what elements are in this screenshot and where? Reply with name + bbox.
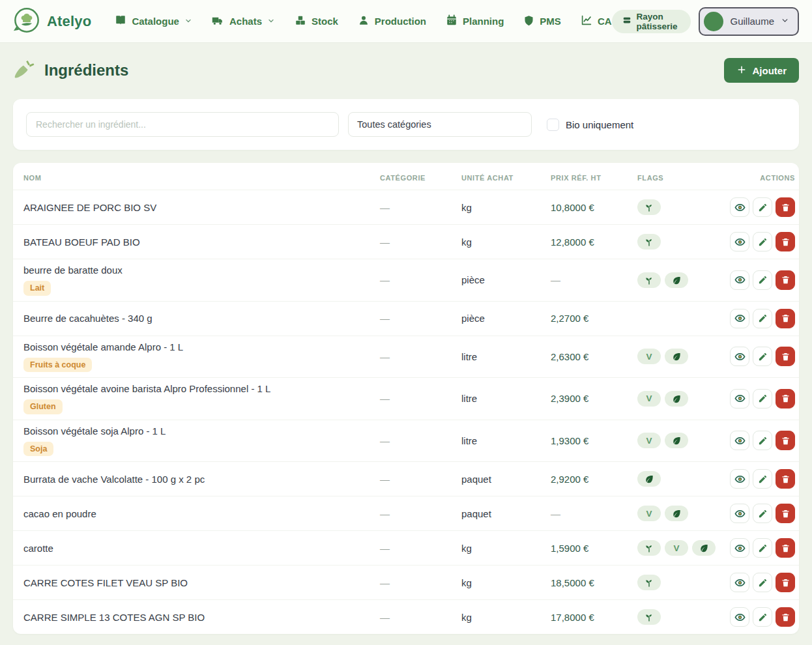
nav-label: Catalogue xyxy=(132,16,179,27)
edit-button[interactable] xyxy=(753,347,772,366)
view-button[interactable] xyxy=(730,538,749,558)
delete-button[interactable] xyxy=(776,197,795,217)
leaf-flag-icon xyxy=(665,433,688,448)
vegan-flag-icon: V xyxy=(665,540,688,556)
delete-button[interactable] xyxy=(776,504,795,523)
flags-cell xyxy=(637,471,730,487)
actions-cell xyxy=(730,469,795,489)
nav-item-production[interactable]: Production xyxy=(358,14,426,28)
edit-button[interactable] xyxy=(753,270,772,290)
column-header-unite-achat: UNITÉ ACHAT xyxy=(461,174,551,182)
nav-label: PMS xyxy=(540,16,561,27)
page-header: Ingrédients Ajouter xyxy=(13,57,799,83)
delete-button[interactable] xyxy=(776,270,795,290)
chart-icon xyxy=(581,14,592,28)
ingredient-name-cell: CARRE SIMPLE 13 COTES AGN SP BIO xyxy=(23,612,380,623)
view-button[interactable] xyxy=(730,270,749,290)
actions-cell xyxy=(730,232,795,251)
trash-icon xyxy=(781,394,790,403)
delete-button[interactable] xyxy=(776,389,795,408)
vegan-flag-icon: V xyxy=(637,506,661,521)
view-button[interactable] xyxy=(730,197,749,217)
add-ingredient-button[interactable]: Ajouter xyxy=(724,58,800,83)
view-button[interactable] xyxy=(730,573,749,592)
delete-button[interactable] xyxy=(776,347,795,366)
category-cell: — xyxy=(380,474,461,485)
view-button[interactable] xyxy=(730,469,749,489)
view-button[interactable] xyxy=(730,309,749,328)
nav-label: Stock xyxy=(312,16,338,27)
pencil-icon xyxy=(758,275,768,285)
leaf-flag-icon xyxy=(665,391,688,407)
search-input[interactable] xyxy=(26,112,339,137)
edit-button[interactable] xyxy=(753,232,772,251)
category-cell: — xyxy=(380,435,461,446)
edit-button[interactable] xyxy=(753,469,772,489)
delete-button[interactable] xyxy=(776,431,795,450)
flags-cell: V xyxy=(637,506,730,521)
context-badge-rayon[interactable]: Rayon pâtisserie xyxy=(612,10,691,33)
view-button[interactable] xyxy=(730,347,749,366)
pencil-icon xyxy=(758,509,768,519)
pencil-icon xyxy=(758,394,768,403)
view-button[interactable] xyxy=(730,232,749,251)
view-button[interactable] xyxy=(730,607,749,627)
edit-button[interactable] xyxy=(753,197,772,217)
ingredient-name: Beurre de cacahuètes - 340 g xyxy=(23,313,152,324)
flags-cell: V xyxy=(637,433,730,448)
nav-item-stock[interactable]: Stock xyxy=(295,14,338,28)
edit-button[interactable] xyxy=(753,573,772,592)
trash-icon xyxy=(781,509,790,519)
category-select-value: Toutes catégories xyxy=(357,119,431,130)
nav-item-planning[interactable]: Planning xyxy=(446,14,504,28)
unit-cell: paquet xyxy=(461,474,551,485)
nav-item-pms[interactable]: PMS xyxy=(523,15,561,28)
edit-button[interactable] xyxy=(753,309,772,328)
nav-item-achats[interactable]: Achats xyxy=(212,14,275,29)
table-row: cacao en poudre — paquet — V xyxy=(13,496,799,530)
main-nav: Catalogue Achats Stock Production xyxy=(115,14,611,29)
edit-button[interactable] xyxy=(753,504,772,523)
actions-cell xyxy=(730,607,795,627)
user-name: Guillaume xyxy=(730,16,774,27)
brand-logo[interactable]: Atelyo xyxy=(13,7,91,36)
delete-button[interactable] xyxy=(776,573,795,592)
user-menu-button[interactable]: Guillaume xyxy=(699,7,799,36)
ingredient-name: CARRE SIMPLE 13 COTES AGN SP BIO xyxy=(23,612,205,623)
leaf-flag-icon xyxy=(665,506,688,521)
bio-checkbox[interactable] xyxy=(547,119,559,131)
nav-item-ca[interactable]: CA xyxy=(581,14,612,28)
edit-button[interactable] xyxy=(753,389,772,408)
table-row: ARAIGNEE DE PORC BIO SV — kg 10,8000 € xyxy=(13,190,799,224)
ingredient-name: carotte xyxy=(23,543,53,554)
table-header-row: NOM CATÉGORIE UNITÉ ACHAT PRIX RÉF. HT F… xyxy=(13,163,799,190)
edit-button[interactable] xyxy=(753,538,772,558)
delete-button[interactable] xyxy=(776,538,795,558)
view-button[interactable] xyxy=(730,504,749,523)
delete-button[interactable] xyxy=(776,309,795,328)
edit-button[interactable] xyxy=(753,607,772,627)
nav-item-catalogue[interactable]: Catalogue xyxy=(115,14,192,28)
edit-button[interactable] xyxy=(753,431,772,450)
category-cell: — xyxy=(380,313,461,324)
view-button[interactable] xyxy=(730,431,749,450)
delete-button[interactable] xyxy=(776,607,795,627)
plus-icon xyxy=(736,64,747,77)
delete-button[interactable] xyxy=(776,469,795,489)
trash-icon xyxy=(781,237,790,247)
actions-cell xyxy=(730,504,795,523)
flags-cell: V xyxy=(637,540,730,556)
category-select[interactable]: Toutes catégories xyxy=(348,112,532,137)
delete-button[interactable] xyxy=(776,232,795,251)
page-title: Ingrédients xyxy=(44,61,128,79)
flags-cell: V xyxy=(637,391,730,407)
trash-icon xyxy=(781,203,790,212)
chevron-down-icon xyxy=(184,16,192,27)
trash-icon xyxy=(781,352,790,362)
ingredient-name-cell: Boisson végétale avoine barista Alpro Pr… xyxy=(23,383,380,414)
view-button[interactable] xyxy=(730,389,749,408)
ingredient-name-cell: cacao en poudre xyxy=(23,508,380,519)
actions-cell xyxy=(730,270,795,290)
column-header-prix-ref-ht: PRIX RÉF. HT xyxy=(551,174,637,182)
table-row: CARRE COTES FILET VEAU SP BIO — kg 18,50… xyxy=(13,565,799,599)
